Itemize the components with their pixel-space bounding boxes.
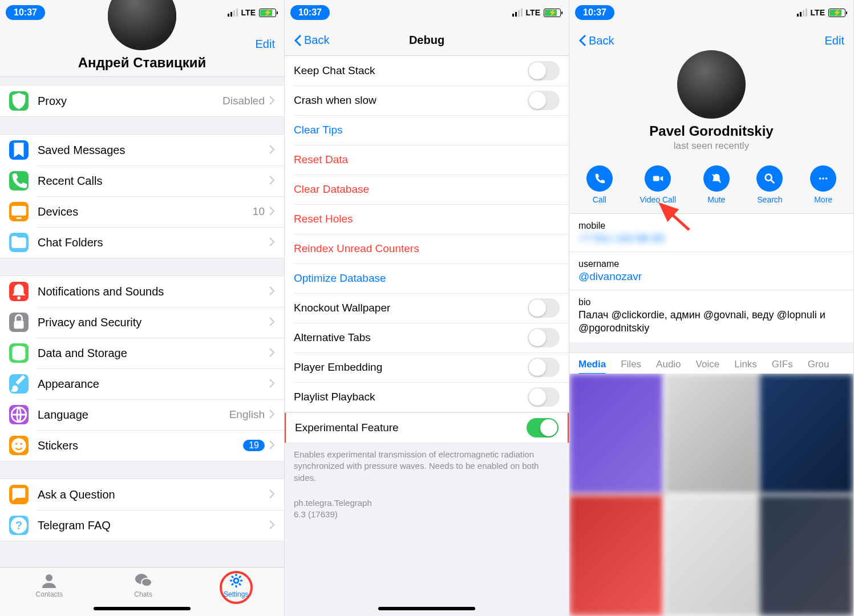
tab-media[interactable]: Media — [578, 359, 606, 370]
toggle[interactable] — [528, 328, 560, 347]
row-optimize-db[interactable]: Optimize Database — [285, 264, 569, 293]
action-search[interactable]: Search — [756, 165, 783, 204]
media-thumb[interactable] — [665, 495, 759, 616]
battery-icon: ⚡ — [544, 9, 561, 17]
row-reset-holes[interactable]: Reset Holes — [285, 204, 569, 234]
media-thumb[interactable] — [569, 374, 663, 495]
network-label: LTE — [241, 8, 256, 17]
tab-audio[interactable]: Audio — [656, 359, 681, 370]
network-label: LTE — [526, 8, 540, 17]
toggle[interactable] — [528, 61, 560, 80]
avatar[interactable] — [108, 0, 176, 50]
footer-version: ph.telegra.Telegraph 6.3 (17639) — [285, 497, 569, 534]
debug-list[interactable]: Keep Chat Stack Crash when slow Clear Ti… — [285, 56, 569, 593]
action-label: Video Call — [640, 195, 677, 204]
back-label: Back — [589, 34, 614, 47]
row-saved-messages[interactable]: Saved Messages — [0, 135, 284, 165]
action-label: Mute — [707, 195, 725, 204]
settings-screen: 10:37 LTE ⚡ Андрей Ставицкий Edit Proxy … — [0, 0, 285, 616]
row-appearance[interactable]: Appearance — [0, 368, 284, 399]
media-thumb[interactable] — [665, 374, 759, 495]
tab-chats[interactable]: Chats — [134, 572, 152, 598]
tab-voice[interactable]: Voice — [696, 359, 720, 370]
row-alternative-tabs[interactable]: Alternative Tabs — [285, 323, 569, 352]
tab-settings[interactable]: Settings — [224, 572, 248, 598]
toggle[interactable] — [528, 358, 560, 377]
row-playlist-playback[interactable]: Playlist Playback — [285, 382, 569, 412]
action-mute[interactable]: Mute — [703, 165, 730, 204]
settings-list[interactable]: Proxy Disabled Saved Messages Recent Cal… — [0, 77, 284, 567]
row-player-embedding[interactable]: Player Embedding — [285, 352, 569, 382]
row-notifications[interactable]: Notifications and Sounds — [0, 276, 284, 307]
media-grid[interactable] — [569, 374, 853, 616]
folder-icon — [9, 233, 29, 252]
row-label: Optimize Database — [294, 272, 560, 285]
row-language[interactable]: Language English — [0, 399, 284, 430]
network-label: LTE — [811, 8, 825, 17]
tab-label: Chats — [134, 590, 152, 598]
tab-files[interactable]: Files — [621, 359, 641, 370]
bookmark-icon — [9, 140, 29, 160]
row-clear-tips[interactable]: Clear Tips — [285, 115, 569, 145]
tab-contacts[interactable]: Contacts — [36, 572, 63, 598]
edit-button[interactable]: Edit — [825, 34, 844, 47]
toggle[interactable] — [528, 91, 560, 110]
row-value: 10 — [253, 205, 265, 218]
tab-gifs[interactable]: GIFs — [772, 359, 793, 370]
battery-icon: ⚡ — [259, 9, 276, 17]
media-thumb[interactable] — [569, 495, 663, 616]
profile-header: Pavel Gorodnitskiy last seen recently — [569, 56, 853, 157]
row-keep-chat-stack[interactable]: Keep Chat Stack — [285, 56, 569, 86]
row-data-storage[interactable]: Data and Storage — [0, 338, 284, 368]
row-crash-slow[interactable]: Crash when slow — [285, 86, 569, 115]
action-row: Call Video Call Mute Search More — [569, 157, 853, 214]
row-experimental-feature[interactable]: Experimental Feature — [286, 413, 568, 443]
signal-icon — [512, 9, 523, 17]
row-stickers[interactable]: Stickers 19 — [0, 430, 284, 461]
edit-button[interactable]: Edit — [256, 38, 275, 51]
row-ask-question[interactable]: Ask a Question — [0, 479, 284, 510]
row-label: Clear Database — [294, 183, 560, 196]
back-button[interactable]: Back — [578, 34, 614, 47]
signal-icon — [797, 9, 807, 17]
info-username[interactable]: username @divanozavr — [569, 252, 853, 290]
row-clear-database[interactable]: Clear Database — [285, 175, 569, 204]
row-reindex[interactable]: Reindex Unread Counters — [285, 234, 569, 264]
row-label: Chat Folders — [38, 236, 269, 249]
globe-icon — [9, 405, 29, 424]
toggle[interactable] — [527, 418, 558, 437]
info-mobile[interactable]: mobile +7 911 142-86-50 — [569, 214, 853, 252]
profile-status: last seen recently — [578, 140, 844, 152]
action-video-call[interactable]: Video Call — [640, 165, 677, 204]
tab-links[interactable]: Links — [734, 359, 757, 370]
row-label: Stickers — [38, 439, 243, 452]
svg-point-21 — [819, 177, 821, 180]
back-button[interactable]: Back — [294, 34, 329, 47]
status-bar: 10:37 LTE ⚡ — [285, 0, 569, 25]
row-faq[interactable]: ? Telegram FAQ — [0, 510, 284, 541]
row-knockout-wallpaper[interactable]: Knockout Wallpaper — [285, 293, 569, 323]
profile-header: Андрей Ставицкий Edit — [0, 25, 284, 77]
chevron-right-icon — [269, 488, 275, 501]
row-proxy[interactable]: Proxy Disabled — [0, 86, 284, 116]
video-icon — [645, 165, 671, 192]
more-icon — [810, 165, 836, 192]
row-devices[interactable]: Devices 10 — [0, 196, 284, 227]
toggle[interactable] — [528, 298, 560, 318]
row-recent-calls[interactable]: Recent Calls — [0, 165, 284, 196]
row-privacy[interactable]: Privacy and Security — [0, 307, 284, 338]
info-value: +7 911 142-86-50 — [578, 232, 844, 245]
storage-icon — [9, 343, 29, 363]
toggle[interactable] — [528, 387, 560, 407]
action-call[interactable]: Call — [586, 165, 613, 204]
row-reset-data[interactable]: Reset Data — [285, 145, 569, 175]
tab-groups[interactable]: Grou — [808, 359, 829, 370]
media-thumb[interactable] — [759, 374, 853, 495]
footer-description: Enables experimental transmission of ele… — [285, 443, 569, 497]
row-chat-folders[interactable]: Chat Folders — [0, 227, 284, 258]
info-label: bio — [578, 297, 844, 307]
avatar[interactable] — [677, 50, 746, 119]
highlight-circle — [220, 571, 253, 604]
media-thumb[interactable] — [759, 495, 853, 616]
action-more[interactable]: More — [810, 165, 836, 204]
